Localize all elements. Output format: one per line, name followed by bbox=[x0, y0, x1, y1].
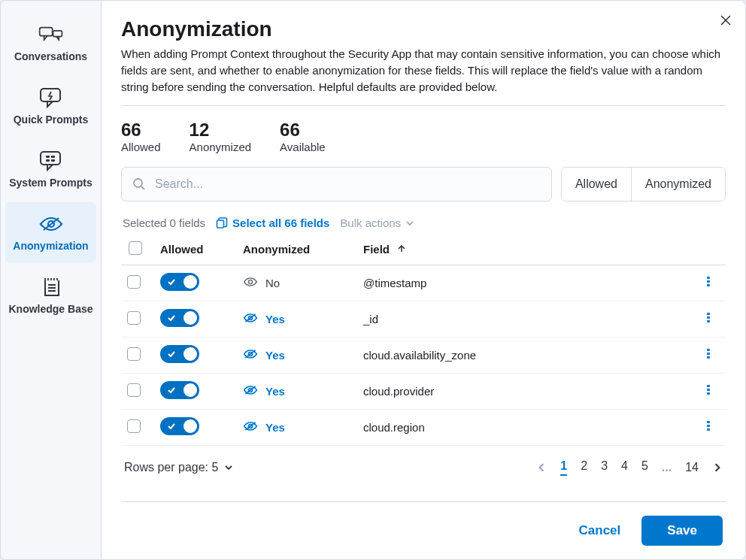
svg-rect-17 bbox=[217, 220, 224, 228]
chevron-left-icon bbox=[536, 462, 547, 473]
row-checkbox[interactable] bbox=[127, 311, 141, 325]
table-row: Yescloud.region bbox=[121, 410, 726, 446]
eye-off-icon[interactable] bbox=[243, 312, 258, 326]
svg-rect-27 bbox=[707, 320, 710, 322]
sidebar-item-label: Quick Prompts bbox=[14, 114, 89, 126]
table-row: No@timestamp bbox=[121, 265, 726, 301]
row-actions-handle[interactable] bbox=[705, 350, 712, 362]
column-header-allowed[interactable]: Allowed bbox=[154, 235, 237, 265]
footer: Cancel Save bbox=[121, 501, 726, 559]
fields-table: Allowed Anonymized Field No@timestampYes… bbox=[121, 235, 726, 446]
allowed-toggle[interactable] bbox=[160, 345, 199, 363]
select-all-text: Select all 66 fields bbox=[232, 216, 329, 229]
sidebar-item-knowledge-base[interactable]: Knowledge Base bbox=[5, 265, 96, 325]
allowed-toggle[interactable] bbox=[160, 381, 199, 399]
stats-row: 66 Allowed 12 Anonymized 66 Available bbox=[121, 120, 726, 153]
anonymized-value: Yes bbox=[265, 421, 285, 434]
pagination: 12345 ... 14 bbox=[536, 459, 723, 476]
page-number[interactable]: 1 bbox=[560, 459, 567, 476]
anonymized-value: Yes bbox=[265, 313, 285, 325]
row-actions-handle[interactable] bbox=[705, 422, 712, 434]
page-next[interactable] bbox=[712, 462, 723, 473]
close-icon bbox=[720, 14, 732, 26]
svg-rect-42 bbox=[707, 428, 710, 431]
eye-off-icon[interactable] bbox=[243, 420, 258, 434]
page-number[interactable]: 4 bbox=[621, 459, 628, 476]
selected-count: Selected 0 fields bbox=[123, 216, 205, 229]
svg-line-16 bbox=[141, 186, 144, 189]
svg-rect-40 bbox=[707, 421, 710, 423]
sidebar-item-system-prompts[interactable]: System Prompts bbox=[5, 139, 96, 199]
check-icon bbox=[167, 276, 176, 289]
save-button[interactable]: Save bbox=[641, 516, 723, 546]
column-header-anonymized[interactable]: Anonymized bbox=[237, 235, 357, 265]
page-number[interactable]: 5 bbox=[641, 459, 648, 476]
page-number[interactable]: 2 bbox=[581, 459, 587, 476]
sidebar-item-anonymization[interactable]: Anonymization bbox=[5, 202, 96, 262]
svg-rect-26 bbox=[707, 316, 710, 319]
table-row: Yes_id bbox=[121, 301, 726, 338]
field-name: _id bbox=[357, 301, 699, 338]
conversations-icon bbox=[38, 23, 64, 46]
page-prev[interactable] bbox=[536, 462, 547, 473]
sidebar-item-label: Conversations bbox=[14, 50, 87, 62]
field-name: cloud.region bbox=[357, 410, 699, 446]
table-row: Yescloud.availability_zone bbox=[121, 338, 726, 374]
row-actions-handle[interactable] bbox=[705, 313, 712, 326]
svg-point-19 bbox=[249, 280, 253, 284]
svg-rect-31 bbox=[707, 353, 710, 355]
filter-allowed-button[interactable]: Allowed bbox=[562, 168, 631, 201]
check-icon bbox=[167, 420, 176, 433]
rows-per-page-label: Rows per page: 5 bbox=[124, 461, 218, 474]
page-title: Anonymization bbox=[121, 17, 726, 41]
row-checkbox[interactable] bbox=[127, 383, 141, 397]
row-checkbox[interactable] bbox=[127, 275, 141, 289]
page-number[interactable]: 3 bbox=[601, 459, 608, 476]
row-actions-handle[interactable] bbox=[705, 386, 712, 398]
search-icon bbox=[132, 177, 146, 191]
chevron-down-icon bbox=[405, 219, 414, 228]
page-description: When adding Prompt Context throughout th… bbox=[121, 46, 726, 95]
svg-rect-0 bbox=[39, 28, 52, 36]
rows-per-page-select[interactable]: Rows per page: 5 bbox=[124, 461, 233, 474]
field-name: @timestamp bbox=[357, 265, 699, 301]
svg-rect-7 bbox=[51, 159, 55, 162]
allowed-toggle[interactable] bbox=[160, 273, 199, 291]
svg-rect-6 bbox=[46, 159, 50, 162]
select-all-checkbox[interactable] bbox=[129, 241, 142, 255]
sidebar-item-quick-prompts[interactable]: Quick Prompts bbox=[5, 76, 96, 136]
search-box[interactable] bbox=[121, 167, 552, 201]
check-icon bbox=[167, 312, 176, 325]
row-actions-handle[interactable] bbox=[705, 277, 712, 290]
stat-available: 66 Available bbox=[280, 120, 326, 153]
select-all-link[interactable]: Select all 66 fields bbox=[216, 216, 329, 229]
bulk-actions-button[interactable]: Bulk actions bbox=[340, 216, 414, 229]
svg-point-15 bbox=[134, 179, 142, 187]
eye-off-icon[interactable] bbox=[243, 348, 258, 362]
row-checkbox[interactable] bbox=[127, 419, 141, 433]
stat-allowed: 66 Allowed bbox=[121, 120, 161, 153]
close-button[interactable] bbox=[717, 11, 735, 29]
svg-rect-35 bbox=[707, 385, 710, 387]
svg-rect-36 bbox=[707, 389, 710, 391]
column-header-field-label: Field bbox=[363, 243, 390, 256]
allowed-toggle[interactable] bbox=[160, 309, 199, 327]
row-checkbox[interactable] bbox=[127, 347, 141, 361]
field-name: cloud.availability_zone bbox=[357, 338, 699, 374]
bulk-actions-label: Bulk actions bbox=[340, 216, 401, 229]
eye-icon[interactable] bbox=[243, 276, 258, 290]
svg-rect-3 bbox=[41, 152, 60, 165]
anonymized-value: No bbox=[265, 277, 280, 289]
table-row: Yescloud.provider bbox=[121, 374, 726, 410]
sidebar-item-conversations[interactable]: Conversations bbox=[5, 13, 96, 73]
eye-off-icon[interactable] bbox=[243, 384, 258, 398]
filter-anonymized-button[interactable]: Anonymized bbox=[631, 168, 725, 201]
svg-rect-20 bbox=[707, 277, 710, 279]
page-last[interactable]: 14 bbox=[685, 461, 699, 474]
svg-rect-37 bbox=[707, 392, 710, 395]
column-header-field[interactable]: Field bbox=[357, 235, 699, 265]
search-input[interactable] bbox=[153, 177, 541, 192]
allowed-toggle[interactable] bbox=[160, 417, 199, 435]
cancel-button[interactable]: Cancel bbox=[570, 517, 630, 544]
quick-prompts-icon bbox=[38, 86, 64, 109]
